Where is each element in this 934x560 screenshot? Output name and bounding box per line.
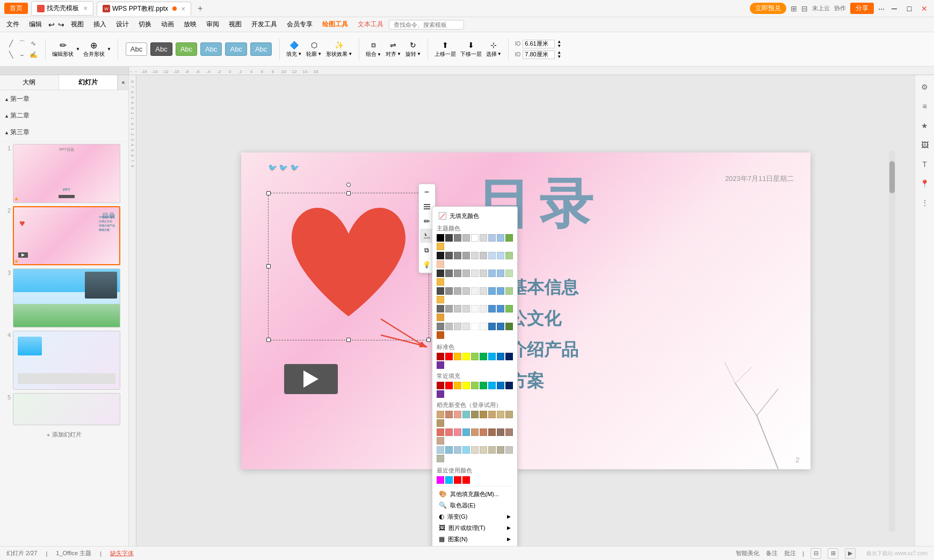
- more-btn[interactable]: ···: [878, 4, 885, 13]
- chevron-down-align[interactable]: ▼: [397, 52, 401, 56]
- chevron-down-merge[interactable]: ▼: [107, 47, 111, 52]
- tc-7[interactable]: [505, 234, 513, 242]
- sc-4[interactable]: [462, 353, 470, 360]
- line-tool2[interactable]: ╲: [5, 49, 16, 60]
- tc-r6-3[interactable]: [454, 323, 461, 330]
- grid-view-btn[interactable]: ⊞: [828, 548, 838, 559]
- menu-review[interactable]: 审阅: [202, 19, 223, 30]
- menu-view2[interactable]: 视图: [225, 19, 246, 30]
- annotations-btn[interactable]: 批注: [784, 549, 796, 557]
- menu-membership[interactable]: 会员专享: [283, 19, 317, 30]
- wv-4[interactable]: [462, 411, 470, 418]
- move-up-label[interactable]: 上移一层: [435, 50, 456, 58]
- sc-6[interactable]: [480, 353, 487, 360]
- right-panel-btn-3[interactable]: ★: [917, 118, 932, 133]
- chevron-down-edit[interactable]: ▼: [76, 47, 80, 52]
- add-slide-btn[interactable]: + 添加幻灯片: [2, 428, 126, 441]
- tc-r6-2[interactable]: [445, 323, 453, 330]
- tc-r5-10[interactable]: [437, 314, 444, 321]
- merge-shape-label[interactable]: 合并形状: [83, 50, 105, 58]
- tc-r4-5[interactable]: [471, 287, 479, 295]
- smart-beautify-btn[interactable]: 智能美化: [736, 549, 759, 557]
- width-down-btn[interactable]: ▼: [557, 44, 561, 48]
- menu-item-2[interactable]: 公文化: [510, 307, 578, 331]
- tc-r3-3[interactable]: [454, 270, 461, 277]
- comments-btn[interactable]: 备注: [766, 549, 778, 557]
- slide-item-3[interactable]: 3: [2, 268, 126, 328]
- wv3-3[interactable]: [454, 446, 461, 454]
- wv2-4[interactable]: [462, 428, 470, 436]
- wv-2[interactable]: [445, 411, 453, 418]
- slide-item-4[interactable]: 4: [2, 331, 126, 390]
- play-button[interactable]: [284, 364, 338, 394]
- wv2-5[interactable]: [471, 428, 479, 436]
- rf-6[interactable]: [480, 382, 487, 389]
- move-down-label[interactable]: 下移一层: [460, 50, 482, 58]
- rf-3[interactable]: [454, 382, 461, 389]
- tc-r6-6[interactable]: [480, 323, 487, 330]
- slideshow-btn[interactable]: ▶: [845, 548, 856, 559]
- rf-5[interactable]: [471, 382, 479, 389]
- abc-style-4[interactable]: Abc: [200, 42, 222, 56]
- height-input[interactable]: [523, 50, 555, 59]
- tc-r5-4[interactable]: [462, 305, 470, 312]
- tc-3[interactable]: [462, 234, 470, 242]
- wv2-7[interactable]: [488, 428, 496, 436]
- heart-svg[interactable]: [271, 195, 426, 338]
- chevron-down-rotate[interactable]: ▼: [417, 52, 421, 56]
- close-btn[interactable]: ✕: [919, 3, 930, 14]
- chapter-3[interactable]: 第三章: [4, 126, 124, 139]
- menu-edit[interactable]: 编辑: [25, 19, 46, 30]
- freeform-tool[interactable]: ∿: [28, 38, 39, 49]
- wv3-10[interactable]: [437, 455, 444, 462]
- tc-r6-7[interactable]: [488, 323, 496, 330]
- search-input[interactable]: [389, 20, 464, 30]
- edit-shape-label[interactable]: 编辑形状: [52, 50, 74, 58]
- wv-5[interactable]: [471, 411, 479, 418]
- tc-r3-10[interactable]: [437, 278, 444, 286]
- menu-item-3[interactable]: 介绍产品: [510, 338, 578, 362]
- tc-r2-7[interactable]: [488, 252, 496, 259]
- tc-r2-10[interactable]: [437, 260, 444, 268]
- tc-r5-3[interactable]: [454, 305, 461, 312]
- share-btn[interactable]: 分享: [850, 3, 874, 14]
- group-label[interactable]: 组合: [366, 50, 377, 58]
- sc-5[interactable]: [471, 353, 479, 360]
- menu-text-tools[interactable]: 文本工具: [353, 19, 388, 30]
- texture-option[interactable]: 🖼 图片或纹理(T) ▶: [437, 522, 513, 534]
- slide-thumb-1[interactable]: PPT页面 PPT: [13, 144, 120, 203]
- tc-1[interactable]: [445, 234, 453, 242]
- tc-r4-1[interactable]: [437, 287, 444, 295]
- tc-r2-5[interactable]: [471, 252, 479, 259]
- tc-r3-5[interactable]: [471, 270, 479, 277]
- chevron-down-group[interactable]: ▼: [377, 52, 381, 57]
- tc-r6-10[interactable]: [437, 331, 444, 339]
- tc-4[interactable]: [480, 234, 487, 242]
- wv-9[interactable]: [505, 411, 513, 418]
- chevron-down-effect[interactable]: ▼: [348, 52, 352, 56]
- other-fill-option[interactable]: 🎨 其他填充颜色(M)...: [437, 489, 513, 500]
- menu-file[interactable]: 文件: [2, 19, 24, 30]
- sc-1[interactable]: [437, 353, 444, 360]
- right-panel-btn-5[interactable]: T: [917, 157, 932, 172]
- wv2-3[interactable]: [454, 428, 461, 436]
- no-fill-option[interactable]: 无填充颜色: [437, 211, 513, 221]
- tc-r2-1[interactable]: [437, 252, 444, 259]
- tc-r6-9[interactable]: [505, 323, 513, 330]
- tc-r4-3[interactable]: [454, 287, 461, 295]
- wv3-2[interactable]: [445, 446, 453, 454]
- sc-10[interactable]: [437, 361, 444, 369]
- sc-2[interactable]: [445, 353, 453, 360]
- wv3-8[interactable]: [497, 446, 504, 454]
- tc-r6-5[interactable]: [471, 323, 479, 330]
- wv2-8[interactable]: [497, 428, 504, 436]
- tc-r5-8[interactable]: [497, 305, 504, 312]
- maximize-btn[interactable]: □: [904, 3, 915, 14]
- tc-r3-6[interactable]: [480, 270, 487, 277]
- right-panel-btn-6[interactable]: 📍: [917, 176, 932, 191]
- slide-item-2[interactable]: 2 目录 ♥ · 介绍基本信息 · 介绍公文化 · 详细介绍产品 · 营销方案: [2, 206, 126, 265]
- menu-drawing-tools[interactable]: 绘图工具: [318, 19, 352, 30]
- wv-7[interactable]: [488, 411, 496, 418]
- tc-r2-2[interactable]: [445, 252, 453, 259]
- curve-tool[interactable]: ⌒: [17, 38, 27, 49]
